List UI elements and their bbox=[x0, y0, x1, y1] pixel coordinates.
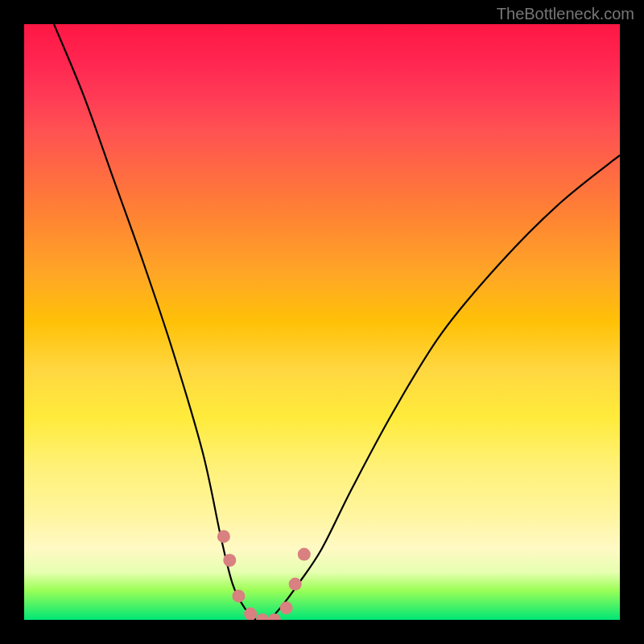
marker-dot bbox=[217, 530, 230, 543]
bottleneck-chart-svg bbox=[24, 24, 620, 620]
marker-dot bbox=[244, 608, 257, 620]
marker-dot bbox=[298, 548, 311, 561]
marker-dot bbox=[256, 613, 269, 620]
marker-group bbox=[217, 530, 311, 620]
marker-dot bbox=[289, 578, 302, 591]
marker-dot bbox=[280, 601, 293, 614]
chart-plot-area bbox=[24, 24, 620, 620]
bottleneck-curve-path bbox=[54, 24, 620, 620]
marker-dot bbox=[268, 613, 281, 620]
watermark-text: TheBottleneck.com bbox=[497, 5, 634, 23]
marker-dot bbox=[223, 554, 236, 567]
marker-dot bbox=[232, 589, 245, 602]
